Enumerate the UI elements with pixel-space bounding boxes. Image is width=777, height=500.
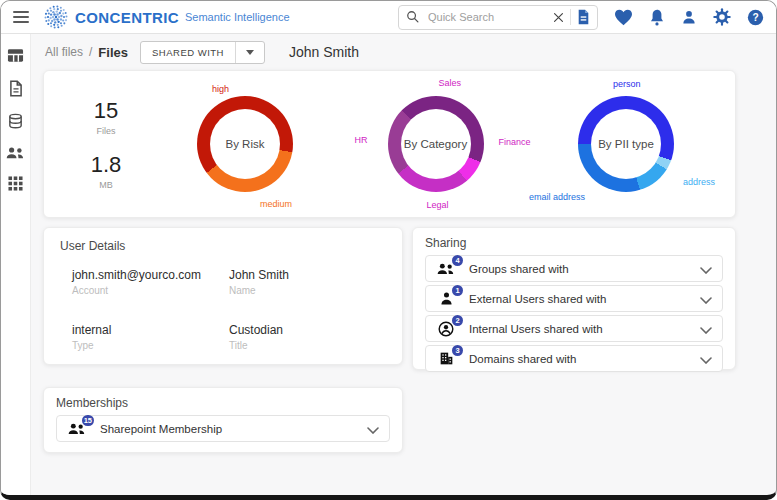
risk-donut-center: By Risk <box>210 109 280 179</box>
sharing-row-label: External Users shared with <box>469 293 700 305</box>
pii-donut[interactable]: By PII type <box>578 96 674 192</box>
category-donut-center: By Category <box>401 109 471 179</box>
brand-name: CONCENTRIC <box>75 9 179 26</box>
title-label: Title <box>229 340 386 351</box>
memberships-card: Memberships 15 Sharepoint Membership <box>43 387 403 453</box>
breadcrumb-parent[interactable]: All files <box>45 45 83 59</box>
gear-icon[interactable] <box>713 8 731 26</box>
pii-label-email: email address <box>529 192 585 202</box>
breadcrumb-separator: / <box>89 45 92 59</box>
membership-row-label: Sharepoint Membership <box>100 423 367 435</box>
sharing-row-domains[interactable]: 3 Domains shared with <box>425 345 723 372</box>
sharing-title: Sharing <box>425 236 723 250</box>
chevron-down-icon[interactable] <box>700 290 712 308</box>
category-donut[interactable]: By Category <box>388 96 484 192</box>
chevron-down-icon[interactable] <box>700 320 712 338</box>
chevron-down-icon[interactable] <box>700 260 712 278</box>
account-value: john.smith@yourco.com <box>72 268 229 282</box>
search-divider <box>570 9 571 25</box>
sharing-rows: 4 Groups shared with 1 External <box>425 255 723 372</box>
help-icon[interactable]: ? <box>747 9 764 26</box>
domains-count-badge: 3 <box>452 345 463 356</box>
name-label: Name <box>229 285 386 296</box>
type-value: internal <box>72 323 229 337</box>
search-bar <box>398 5 598 30</box>
sharing-row-external-users[interactable]: 1 External Users shared with <box>425 285 723 312</box>
user-icon[interactable] <box>681 9 697 25</box>
risk-donut[interactable]: By Risk <box>197 96 293 192</box>
domain-icon: 3 <box>436 350 456 368</box>
memberships-title: Memberships <box>56 396 390 410</box>
sharing-row-label: Groups shared with <box>469 263 700 275</box>
summary-stats: 15 Files 1.8 MB <box>60 98 152 190</box>
shared-with-dropdown[interactable]: SHARED WITH <box>140 41 265 64</box>
risk-label-medium: medium <box>260 199 292 209</box>
category-label-finance: Finance <box>498 137 530 147</box>
file-icon[interactable] <box>9 80 23 97</box>
external-users-count-badge: 1 <box>452 285 463 296</box>
category-label-legal: Legal <box>427 200 449 210</box>
type-label: Type <box>72 340 229 351</box>
files-stat: 15 Files <box>94 98 118 136</box>
name-field: John Smith Name <box>229 268 386 296</box>
breadcrumb-current: Files <box>98 45 128 60</box>
groups-count-badge: 4 <box>452 255 463 266</box>
account-circle-icon: 2 <box>436 320 456 338</box>
membership-row-sharepoint[interactable]: 15 Sharepoint Membership <box>56 415 390 442</box>
breadcrumb: All files / Files SHARED WITH John Smith <box>43 34 736 70</box>
user-details-card: User Details john.smith@yourco.com Accou… <box>43 227 403 365</box>
bell-icon[interactable] <box>649 8 665 26</box>
app-window: CONCENTRIC Semantic Intelligence <box>0 0 777 500</box>
subject-name: John Smith <box>289 44 359 60</box>
type-field: internal Type <box>72 323 229 351</box>
main-content: All files / Files SHARED WITH John Smith… <box>31 34 776 495</box>
sharing-card: Sharing 4 Groups shared with <box>412 227 736 370</box>
heart-icon[interactable] <box>614 9 633 26</box>
account-field: john.smith@yourco.com Account <box>72 268 229 296</box>
size-value: 1.8 <box>91 152 122 178</box>
search-icon <box>406 10 420 24</box>
pii-chart: By PII type person address email address <box>533 77 719 211</box>
svg-text:?: ? <box>752 12 758 23</box>
brand-tagline: Semantic Intelligence <box>185 11 290 23</box>
dropdown-caret-icon[interactable] <box>235 42 264 63</box>
groups-icon: 4 <box>436 260 456 278</box>
sharing-row-groups[interactable]: 4 Groups shared with <box>425 255 723 282</box>
category-label-hr: HR <box>355 135 368 145</box>
person-icon: 1 <box>436 290 456 308</box>
pii-chart-title: By PII type <box>598 138 654 150</box>
name-value: John Smith <box>229 268 386 282</box>
internal-users-count-badge: 2 <box>452 315 463 326</box>
pii-donut-center: By PII type <box>591 109 661 179</box>
account-label: Account <box>72 285 229 296</box>
shared-with-label: SHARED WITH <box>141 42 235 63</box>
users-icon[interactable] <box>6 146 25 160</box>
chevron-down-icon[interactable] <box>367 420 379 438</box>
groups-icon: 15 <box>67 420 87 438</box>
search-input[interactable] <box>426 10 553 24</box>
category-chart-title: By Category <box>404 138 467 150</box>
risk-label-high: high <box>212 84 229 94</box>
summary-card: 15 Files 1.8 MB By Risk <box>43 70 736 218</box>
title-field: Custodian Title <box>229 323 386 351</box>
membership-count-badge: 15 <box>82 415 94 426</box>
document-icon[interactable] <box>577 9 590 25</box>
apps-grid-icon[interactable] <box>8 176 23 191</box>
database-icon[interactable] <box>8 113 23 130</box>
concentric-logo <box>43 4 69 30</box>
category-label-sales: Sales <box>439 78 462 88</box>
size-label: MB <box>99 180 113 190</box>
risk-chart: By Risk high medium <box>152 77 338 211</box>
chevron-down-icon[interactable] <box>700 350 712 368</box>
pii-label-address: address <box>683 177 715 187</box>
hamburger-menu-icon[interactable] <box>13 11 29 23</box>
top-header: CONCENTRIC Semantic Intelligence <box>1 1 776 34</box>
title-value: Custodian <box>229 323 386 337</box>
sharing-row-label: Domains shared with <box>469 353 700 365</box>
left-sidebar <box>1 34 31 495</box>
risk-chart-title: By Risk <box>226 138 265 150</box>
sharing-row-internal-users[interactable]: 2 Internal Users shared with <box>425 315 723 342</box>
sharing-row-label: Internal Users shared with <box>469 323 700 335</box>
dashboard-icon[interactable] <box>7 47 24 64</box>
clear-x-icon[interactable] <box>553 12 564 23</box>
